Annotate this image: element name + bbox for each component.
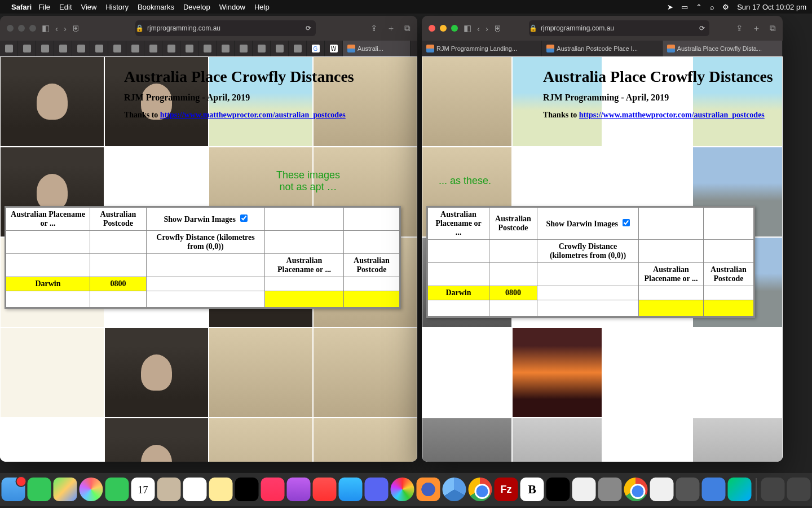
close-button[interactable] bbox=[7, 25, 14, 32]
dock-app-paintbrush[interactable] bbox=[391, 478, 414, 501]
dock-app-photos[interactable] bbox=[80, 478, 103, 501]
dock-app-chrome[interactable] bbox=[469, 478, 492, 501]
tab-item[interactable] bbox=[54, 41, 72, 56]
cell-empty[interactable] bbox=[6, 291, 90, 308]
dock-app-terminal[interactable] bbox=[546, 478, 570, 501]
cell-empty[interactable] bbox=[427, 300, 489, 317]
cell-empty[interactable] bbox=[704, 286, 754, 300]
menu-help[interactable]: Help bbox=[254, 3, 270, 11]
dock-minimized-window[interactable] bbox=[761, 478, 785, 501]
address-bar[interactable]: 🔒 rjmprogramming.com.au ⟳ bbox=[529, 20, 709, 36]
tab-item[interactable] bbox=[126, 41, 144, 56]
tab-item[interactable] bbox=[180, 41, 198, 56]
dock-app-discord[interactable] bbox=[365, 478, 389, 501]
tab-item-active[interactable]: Australia Place Crowfly Dista... bbox=[663, 41, 783, 56]
tab-item[interactable]: Australian Postcode Place I... bbox=[542, 41, 662, 56]
tab-item[interactable] bbox=[18, 41, 36, 56]
close-button[interactable] bbox=[429, 25, 435, 32]
dock-app-tv[interactable] bbox=[235, 478, 259, 501]
dock-app-notes[interactable] bbox=[209, 478, 233, 501]
tab-item[interactable]: W bbox=[325, 41, 343, 56]
minimize-button[interactable] bbox=[18, 25, 25, 32]
dock-app-textedit2[interactable] bbox=[650, 478, 674, 501]
dock-app-baidu[interactable]: B bbox=[520, 478, 544, 501]
dock-app-music[interactable] bbox=[261, 478, 285, 501]
tab-item[interactable]: G bbox=[307, 41, 325, 56]
cell-yellow-empty[interactable] bbox=[704, 300, 754, 317]
cell-empty[interactable] bbox=[639, 286, 704, 300]
menu-view[interactable]: View bbox=[81, 3, 97, 11]
dock-app-contacts[interactable] bbox=[157, 478, 181, 501]
cell-empty[interactable] bbox=[489, 300, 537, 317]
tab-item-active[interactable]: Australi... bbox=[343, 41, 411, 56]
dock-app-chromium[interactable] bbox=[443, 478, 466, 501]
tabs-icon[interactable]: ⧉ bbox=[404, 23, 411, 34]
back-icon[interactable]: ‹ bbox=[477, 24, 480, 33]
forward-icon[interactable]: › bbox=[64, 24, 67, 33]
active-app-name[interactable]: Safari bbox=[11, 3, 32, 11]
cell-empty[interactable] bbox=[427, 240, 489, 263]
tab-item[interactable] bbox=[162, 41, 180, 56]
cell-postcode-value[interactable]: 0800 bbox=[489, 286, 537, 300]
dock-app-syspref[interactable] bbox=[598, 478, 622, 501]
tab-item[interactable]: RJM Programming Landing... bbox=[422, 41, 542, 56]
dock-app-facetime[interactable] bbox=[105, 478, 129, 501]
battery-icon[interactable]: ▭ bbox=[681, 3, 688, 11]
cell-empty[interactable] bbox=[6, 254, 90, 277]
cell-empty[interactable] bbox=[489, 240, 537, 263]
cell-empty[interactable] bbox=[6, 231, 90, 254]
dock-app-messages[interactable] bbox=[28, 478, 51, 501]
cell-empty[interactable] bbox=[427, 263, 489, 286]
cell-place-value[interactable]: Darwin bbox=[427, 286, 489, 300]
cell-yellow-empty[interactable] bbox=[639, 300, 704, 317]
tab-item[interactable] bbox=[271, 41, 289, 56]
cell-empty[interactable] bbox=[90, 291, 147, 308]
cell-empty[interactable] bbox=[265, 277, 344, 291]
sidebar-icon[interactable]: ◧ bbox=[464, 23, 471, 33]
cell-yellow-empty[interactable] bbox=[265, 291, 344, 308]
tab-item[interactable] bbox=[217, 41, 235, 56]
cell-empty[interactable] bbox=[537, 263, 639, 286]
thanks-link[interactable]: https://www.matthewproctor.com/australia… bbox=[579, 111, 765, 119]
address-bar[interactable]: 🔒 rjmprogramming.com.au ⟳ bbox=[135, 20, 316, 36]
dock-app-filezilla[interactable]: Fz bbox=[495, 478, 518, 501]
dock-app-podcasts[interactable] bbox=[287, 478, 311, 501]
cell-empty[interactable] bbox=[489, 263, 537, 286]
back-icon[interactable]: ‹ bbox=[55, 24, 58, 33]
tab-item[interactable] bbox=[108, 41, 126, 56]
thanks-link[interactable]: https://www.matthewproctor.com/australia… bbox=[160, 111, 346, 119]
tab-item[interactable] bbox=[90, 41, 108, 56]
minimize-button[interactable] bbox=[440, 25, 447, 32]
cell-postcode-value[interactable]: 0800 bbox=[90, 277, 147, 291]
tab-item[interactable] bbox=[198, 41, 217, 56]
cell-empty[interactable] bbox=[344, 277, 400, 291]
location-icon[interactable]: ➤ bbox=[667, 3, 673, 11]
menu-bookmarks[interactable]: Bookmarks bbox=[138, 3, 174, 11]
tab-item[interactable] bbox=[72, 41, 90, 56]
dock-app-chrome2[interactable] bbox=[624, 478, 648, 501]
clock[interactable]: Sun 17 Oct 10:02 pm bbox=[737, 3, 806, 11]
share-icon[interactable]: ⇪ bbox=[736, 23, 743, 34]
cell-empty[interactable] bbox=[537, 286, 639, 300]
new-tab-icon[interactable]: ＋ bbox=[387, 23, 395, 34]
dock-minimized-window[interactable] bbox=[787, 478, 811, 501]
forward-icon[interactable]: › bbox=[486, 24, 488, 33]
cell-empty[interactable] bbox=[537, 300, 639, 317]
tabs-icon[interactable]: ⧉ bbox=[770, 23, 776, 34]
cell-empty[interactable] bbox=[90, 231, 147, 254]
cell-yellow-empty[interactable] bbox=[344, 291, 400, 308]
zoom-button[interactable] bbox=[29, 25, 36, 32]
cell-empty[interactable] bbox=[147, 291, 265, 308]
tab-item[interactable] bbox=[235, 41, 253, 56]
tab-item[interactable] bbox=[36, 41, 54, 56]
dock-app-mail[interactable] bbox=[2, 478, 25, 501]
show-images-checkbox[interactable] bbox=[623, 219, 630, 226]
control-center-icon[interactable]: ⚙ bbox=[722, 3, 729, 11]
tab-item[interactable] bbox=[289, 41, 307, 56]
new-tab-icon[interactable]: ＋ bbox=[752, 23, 761, 34]
cell-place-value[interactable]: Darwin bbox=[6, 277, 90, 291]
cell-empty[interactable] bbox=[639, 240, 704, 263]
cell-empty[interactable] bbox=[147, 277, 265, 291]
spotlight-icon[interactable]: ⌕ bbox=[710, 3, 714, 11]
dock-app-maps[interactable] bbox=[54, 478, 77, 501]
